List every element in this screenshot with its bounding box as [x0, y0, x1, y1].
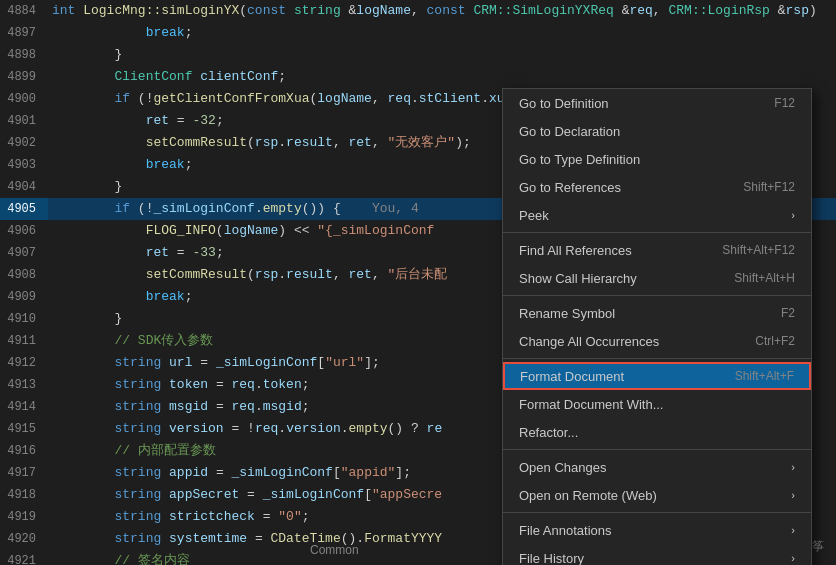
menu-separator-3	[503, 358, 811, 359]
file-history-arrow-icon: ›	[791, 552, 795, 564]
menu-label-find-all-references: Find All References	[519, 243, 632, 258]
line-content-4919: string strictcheck = "0";	[48, 506, 310, 528]
line-content-4911: // SDK传入参数	[48, 330, 213, 352]
line-num-4911: 4911	[0, 330, 48, 352]
peek-arrow-icon: ›	[791, 209, 795, 221]
line-content-4906: FLOG_INFO(logName) << "{_simLoginConf	[48, 220, 434, 242]
line-num-4903: 4903	[0, 154, 48, 176]
menu-item-open-changes[interactable]: Open Changes ›	[503, 453, 811, 481]
bottom-common-label: Common	[310, 543, 359, 557]
line-num-4908: 4908	[0, 264, 48, 286]
menu-item-go-to-type-definition[interactable]: Go to Type Definition	[503, 145, 811, 173]
line-content-4899: ClientConf clientConf;	[48, 66, 286, 88]
line-content-4904: }	[48, 176, 122, 198]
shortcut-go-to-definition: F12	[774, 96, 795, 110]
line-content-4912: string url = _simLoginConf["url"];	[48, 352, 380, 374]
shortcut-change-all-occurrences: Ctrl+F2	[755, 334, 795, 348]
menu-item-change-all-occurrences[interactable]: Change All Occurrences Ctrl+F2	[503, 327, 811, 355]
line-num-4921: 4921	[0, 550, 48, 565]
menu-item-find-all-references[interactable]: Find All References Shift+Alt+F12	[503, 236, 811, 264]
menu-item-peek[interactable]: Peek ›	[503, 201, 811, 229]
open-changes-arrow-icon: ›	[791, 461, 795, 473]
line-content-4907: ret = -33;	[48, 242, 224, 264]
menu-label-open-changes: Open Changes	[519, 460, 606, 475]
line-content-4898: }	[48, 44, 122, 66]
menu-label-go-to-references: Go to References	[519, 180, 621, 195]
line-content-4917: string appid = _simLoginConf["appid"];	[48, 462, 411, 484]
menu-item-file-annotations[interactable]: File Annotations ›	[503, 516, 811, 544]
menu-separator-5	[503, 512, 811, 513]
menu-label-change-all-occurrences: Change All Occurrences	[519, 334, 659, 349]
line-num-4910: 4910	[0, 308, 48, 330]
shortcut-go-to-references: Shift+F12	[743, 180, 795, 194]
line-content-4902: setCommResult(rsp.result, ret, "无效客户");	[48, 132, 471, 154]
menu-label-peek: Peek	[519, 208, 549, 223]
line-num-4902: 4902	[0, 132, 48, 154]
code-editor: 4884 int LogicMng::simLoginYX(const stri…	[0, 0, 836, 565]
menu-item-show-call-hierarchy[interactable]: Show Call Hierarchy Shift+Alt+H	[503, 264, 811, 292]
line-content-4908: setCommResult(rsp.result, ret, "后台未配	[48, 264, 447, 286]
line-num-4909: 4909	[0, 286, 48, 308]
line-num-4915: 4915	[0, 418, 48, 440]
line-num-4907: 4907	[0, 242, 48, 264]
shortcut-format-document: Shift+Alt+F	[735, 369, 794, 383]
line-content-4897: break;	[48, 22, 192, 44]
line-content-4920: string systemtime = CDateTime().FormatYY…	[48, 528, 442, 550]
line-content-4915: string version = !req.version.empty() ? …	[48, 418, 442, 440]
menu-item-rename-symbol[interactable]: Rename Symbol F2	[503, 299, 811, 327]
line-content-4916: // 内部配置参数	[48, 440, 216, 462]
menu-item-go-to-declaration[interactable]: Go to Declaration	[503, 117, 811, 145]
shortcut-find-all-references: Shift+Alt+F12	[722, 243, 795, 257]
open-on-remote-arrow-icon: ›	[791, 489, 795, 501]
line-content-4910: }	[48, 308, 122, 330]
line-num-4900: 4900	[0, 88, 48, 110]
menu-item-format-document-with[interactable]: Format Document With...	[503, 390, 811, 418]
line-num-4906: 4906	[0, 220, 48, 242]
shortcut-rename-symbol: F2	[781, 306, 795, 320]
line-num-4917: 4917	[0, 462, 48, 484]
menu-label-format-document: Format Document	[520, 369, 624, 384]
menu-label-go-to-declaration: Go to Declaration	[519, 124, 620, 139]
menu-separator-4	[503, 449, 811, 450]
line-num-4919: 4919	[0, 506, 48, 528]
file-annotations-arrow-icon: ›	[791, 524, 795, 536]
line-num-4913: 4913	[0, 374, 48, 396]
line-num-4884: 4884	[0, 0, 48, 22]
menu-item-go-to-definition[interactable]: Go to Definition F12	[503, 89, 811, 117]
line-num-4912: 4912	[0, 352, 48, 374]
line-content-4914: string msgid = req.msgid;	[48, 396, 310, 418]
menu-separator-2	[503, 295, 811, 296]
line-num-4914: 4914	[0, 396, 48, 418]
menu-item-file-history[interactable]: File History ›	[503, 544, 811, 565]
menu-separator-1	[503, 232, 811, 233]
line-num-4905: 4905	[0, 198, 48, 220]
line-num-4920: 4920	[0, 528, 48, 550]
menu-item-go-to-references[interactable]: Go to References Shift+F12	[503, 173, 811, 201]
line-content-4913: string token = req.token;	[48, 374, 310, 396]
menu-item-open-on-remote[interactable]: Open on Remote (Web) ›	[503, 481, 811, 509]
code-line-4899: 4899 ClientConf clientConf;	[0, 66, 836, 88]
line-num-4904: 4904	[0, 176, 48, 198]
menu-label-refactor: Refactor...	[519, 425, 578, 440]
code-line-4884: 4884 int LogicMng::simLoginYX(const stri…	[0, 0, 836, 22]
line-num-4901: 4901	[0, 110, 48, 132]
shortcut-show-call-hierarchy: Shift+Alt+H	[734, 271, 795, 285]
menu-label-go-to-definition: Go to Definition	[519, 96, 609, 111]
line-content-4903: break;	[48, 154, 192, 176]
menu-label-file-history: File History	[519, 551, 584, 566]
menu-label-format-document-with: Format Document With...	[519, 397, 663, 412]
line-num-4898: 4898	[0, 44, 48, 66]
line-num-4899: 4899	[0, 66, 48, 88]
line-content-4905: if (!_simLoginConf.empty()) { You, 4	[48, 198, 419, 220]
line-content-4901: ret = -32;	[48, 110, 224, 132]
menu-item-refactor[interactable]: Refactor...	[503, 418, 811, 446]
menu-item-format-document[interactable]: Format Document Shift+Alt+F	[503, 362, 811, 390]
menu-label-file-annotations: File Annotations	[519, 523, 612, 538]
menu-label-open-on-remote: Open on Remote (Web)	[519, 488, 657, 503]
line-content-4918: string appSecret = _simLoginConf["appSec…	[48, 484, 442, 506]
line-content-4909: break;	[48, 286, 192, 308]
line-content-4884: int LogicMng::simLoginYX(const string &l…	[48, 0, 817, 22]
menu-label-go-to-type-definition: Go to Type Definition	[519, 152, 640, 167]
context-menu: Go to Definition F12 Go to Declaration G…	[502, 88, 812, 565]
code-line-4898: 4898 }	[0, 44, 836, 66]
